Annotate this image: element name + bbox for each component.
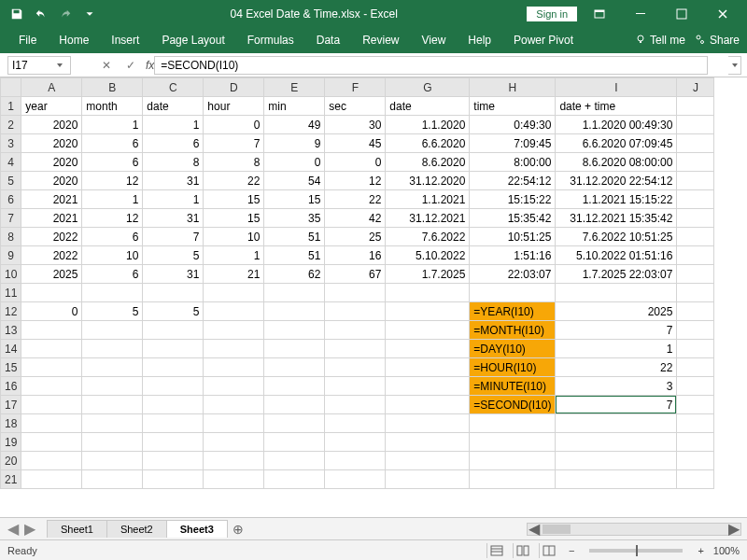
cell-H14[interactable]: =DAY(I10) xyxy=(470,340,556,358)
col-header-B[interactable]: B xyxy=(82,78,143,97)
zoom-in-button[interactable]: + xyxy=(694,545,707,556)
qat-dropdown[interactable] xyxy=(78,3,101,25)
tab-page-layout[interactable]: Page Layout xyxy=(150,28,235,52)
row-header-13[interactable]: 13 xyxy=(1,321,21,340)
cancel-formula-button[interactable]: ✕ xyxy=(97,56,116,75)
cell-H2[interactable]: 0:49:30 xyxy=(470,116,556,134)
cell-F1[interactable]: sec xyxy=(325,97,386,116)
cell-E9[interactable]: 51 xyxy=(264,246,325,265)
row-header-21[interactable]: 21 xyxy=(1,470,21,489)
tell-me-button[interactable]: Tell me xyxy=(635,34,685,48)
cell-F5[interactable]: 12 xyxy=(325,172,386,190)
row-header-3[interactable]: 3 xyxy=(1,134,21,153)
cell-H4[interactable]: 8:00:00 xyxy=(470,153,556,172)
col-header-E[interactable]: E xyxy=(264,78,325,97)
row-header-14[interactable]: 14 xyxy=(1,340,21,358)
cell-F3[interactable]: 45 xyxy=(325,134,386,153)
cell-J2[interactable] xyxy=(677,116,714,134)
cell-C1[interactable]: date xyxy=(143,97,204,116)
save-button[interactable] xyxy=(6,3,28,25)
cell-A10[interactable]: 2025 xyxy=(21,265,82,284)
cell-E1[interactable]: min xyxy=(264,97,325,116)
col-header-J[interactable]: J xyxy=(677,78,714,97)
cell-E2[interactable]: 49 xyxy=(264,116,325,134)
tab-nav-next[interactable]: ▶ xyxy=(22,522,37,537)
tab-home[interactable]: Home xyxy=(48,28,100,52)
row-header-20[interactable]: 20 xyxy=(1,452,21,470)
cell-F10[interactable]: 67 xyxy=(325,265,386,284)
cell-J5[interactable] xyxy=(677,172,714,190)
cell-D7[interactable]: 15 xyxy=(204,209,264,228)
cell-D3[interactable]: 7 xyxy=(204,134,264,153)
zoom-out-button[interactable]: − xyxy=(565,545,578,556)
cell-C6[interactable]: 1 xyxy=(143,190,204,209)
fx-icon[interactable]: fx xyxy=(146,59,154,72)
cell-G3[interactable]: 6.6.2020 xyxy=(386,134,470,153)
cell-J9[interactable] xyxy=(677,246,714,265)
ribbon-display-options[interactable] xyxy=(581,3,618,25)
cell-I4[interactable]: 8.6.2020 08:00:00 xyxy=(556,153,677,172)
cell-B5[interactable]: 12 xyxy=(82,172,143,190)
cell-I3[interactable]: 6.6.2020 07:09:45 xyxy=(556,134,677,153)
cell-D4[interactable]: 8 xyxy=(204,153,264,172)
cell-H12[interactable]: =YEAR(I10) xyxy=(470,302,556,321)
tab-help[interactable]: Help xyxy=(457,28,502,52)
new-sheet-button[interactable]: ⊕ xyxy=(227,520,249,538)
row-header-8[interactable]: 8 xyxy=(1,228,21,246)
cell-J6[interactable] xyxy=(677,190,714,209)
cell-H8[interactable]: 10:51:25 xyxy=(470,228,556,246)
row-header-7[interactable]: 7 xyxy=(1,209,21,228)
cell-E6[interactable]: 15 xyxy=(264,190,325,209)
col-header-D[interactable]: D xyxy=(204,78,264,97)
cell-I13[interactable]: 7 xyxy=(556,321,677,340)
formula-bar-expand[interactable] xyxy=(728,56,741,75)
row-header-6[interactable]: 6 xyxy=(1,190,21,209)
cell-C3[interactable]: 6 xyxy=(143,134,204,153)
cell-J8[interactable] xyxy=(677,228,714,246)
cell-A6[interactable]: 2021 xyxy=(21,190,82,209)
cell-H13[interactable]: =MONTH(I10) xyxy=(470,321,556,340)
col-header-H[interactable]: H xyxy=(470,78,556,97)
cell-G4[interactable]: 8.6.2020 xyxy=(386,153,470,172)
enter-formula-button[interactable]: ✓ xyxy=(121,56,140,75)
cell-I7[interactable]: 31.12.2021 15:35:42 xyxy=(556,209,677,228)
cell-J7[interactable] xyxy=(677,209,714,228)
select-all-corner[interactable] xyxy=(1,78,21,97)
col-header-A[interactable]: A xyxy=(21,78,82,97)
cell-B6[interactable]: 1 xyxy=(82,190,143,209)
cell-J1[interactable] xyxy=(677,97,714,116)
undo-button[interactable] xyxy=(30,3,52,25)
row-header-11[interactable]: 11 xyxy=(1,284,21,302)
cell-C2[interactable]: 1 xyxy=(143,116,204,134)
view-page-layout-button[interactable] xyxy=(513,543,533,558)
cell-A8[interactable]: 2022 xyxy=(21,228,82,246)
col-header-C[interactable]: C xyxy=(143,78,204,97)
row-header-4[interactable]: 4 xyxy=(1,153,21,172)
cell-E4[interactable]: 0 xyxy=(264,153,325,172)
tab-formulas[interactable]: Formulas xyxy=(236,28,305,52)
cell-I17[interactable]: 7 xyxy=(556,396,677,414)
cell-C7[interactable]: 31 xyxy=(143,209,204,228)
cell-C10[interactable]: 31 xyxy=(143,265,204,284)
view-normal-button[interactable] xyxy=(486,543,507,558)
row-header-9[interactable]: 9 xyxy=(1,246,21,265)
cell-E5[interactable]: 54 xyxy=(264,172,325,190)
cell-D8[interactable]: 10 xyxy=(204,228,264,246)
row-header-16[interactable]: 16 xyxy=(1,377,21,396)
cell-H10[interactable]: 22:03:07 xyxy=(470,265,556,284)
redo-button[interactable] xyxy=(54,3,77,25)
col-header-G[interactable]: G xyxy=(386,78,470,97)
cell-A7[interactable]: 2021 xyxy=(21,209,82,228)
cell-D9[interactable]: 1 xyxy=(204,246,264,265)
cell-J4[interactable] xyxy=(677,153,714,172)
signin-button[interactable]: Sign in xyxy=(527,7,577,21)
cell-I6[interactable]: 1.1.2021 15:15:22 xyxy=(556,190,677,209)
row-header-17[interactable]: 17 xyxy=(1,396,21,414)
tab-power-pivot[interactable]: Power Pivot xyxy=(502,28,585,52)
cell-F7[interactable]: 42 xyxy=(325,209,386,228)
row-header-5[interactable]: 5 xyxy=(1,172,21,190)
horizontal-scrollbar[interactable]: ◀ ▶ xyxy=(527,523,741,536)
cell-G1[interactable]: date xyxy=(386,97,470,116)
cell-B10[interactable]: 6 xyxy=(82,265,143,284)
cell-G2[interactable]: 1.1.2020 xyxy=(386,116,470,134)
